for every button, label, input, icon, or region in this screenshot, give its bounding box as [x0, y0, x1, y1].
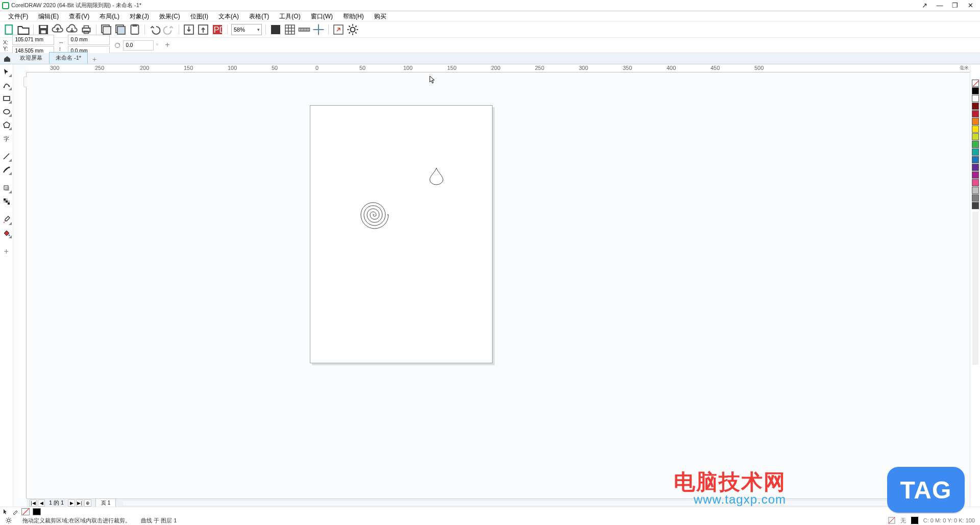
- menu-edit[interactable]: 编辑(E): [33, 11, 64, 21]
- new-doc-button[interactable]: [3, 23, 15, 36]
- cloud-up-button[interactable]: [52, 23, 64, 36]
- page-last-button[interactable]: ▶|: [76, 499, 83, 507]
- color-swatch[interactable]: [972, 87, 979, 94]
- save-button[interactable]: [37, 23, 50, 36]
- zoom-select[interactable]: 58%▾: [231, 24, 262, 35]
- color-swatch[interactable]: [972, 126, 979, 133]
- publish-pdf-button[interactable]: PDF: [211, 23, 224, 36]
- page-first-button[interactable]: |◀: [30, 499, 37, 507]
- redo-button[interactable]: [163, 23, 175, 36]
- vertical-ruler[interactable]: [18, 72, 27, 498]
- fullscreen-button[interactable]: [270, 23, 282, 36]
- color-swatch[interactable]: [972, 110, 979, 117]
- color-swatch[interactable]: [972, 80, 979, 87]
- transparency-tool[interactable]: [1, 196, 12, 207]
- polygon-tool[interactable]: [1, 119, 12, 131]
- close-icon[interactable]: ✕: [966, 1, 975, 10]
- undo-button[interactable]: [149, 23, 161, 36]
- outline-indicator[interactable]: [33, 508, 41, 515]
- cut-button[interactable]: [100, 23, 112, 36]
- page-add-button[interactable]: ⊕: [84, 499, 91, 507]
- tab-document[interactable]: 未命名 -1*: [49, 52, 88, 64]
- horizontal-ruler[interactable]: 300 250 200 150 100 50 0 50 100 150 200 …: [27, 64, 970, 72]
- home-icon[interactable]: [3, 55, 11, 63]
- footer-color-row: [0, 507, 980, 516]
- fill-none-icon: [888, 517, 895, 524]
- page-tab-1[interactable]: 页 1: [95, 498, 116, 508]
- drawing-area[interactable]: 300 250 200 150 100 50 0 50 100 150 200 …: [13, 64, 970, 507]
- minimize-icon[interactable]: —: [935, 1, 944, 10]
- spiral-shape[interactable]: [358, 199, 389, 230]
- menu-tools[interactable]: 工具(O): [274, 11, 305, 21]
- color-swatch[interactable]: [972, 148, 979, 156]
- open-button[interactable]: [17, 23, 30, 36]
- maximize-icon[interactable]: ❐: [950, 1, 960, 10]
- shape-tool[interactable]: [1, 80, 12, 91]
- rotation-field[interactable]: 0.0: [123, 40, 154, 51]
- drop-shadow-tool[interactable]: [1, 183, 12, 194]
- menu-file[interactable]: 文件(F): [3, 11, 33, 21]
- menu-window[interactable]: 窗口(W): [306, 11, 338, 21]
- color-swatch[interactable]: [972, 95, 979, 102]
- menu-help[interactable]: 帮助(H): [338, 11, 369, 21]
- snap-grid-button[interactable]: [284, 23, 296, 36]
- color-swatch[interactable]: [972, 118, 979, 125]
- color-swatch[interactable]: [972, 156, 979, 163]
- property-bar: X: Y: 105.071 mm 148.505 mm ↔↕ 0.0 mm 0.…: [0, 38, 980, 53]
- text-tool[interactable]: 字: [1, 133, 12, 144]
- copy-button[interactable]: [114, 23, 127, 36]
- width-field[interactable]: 0.0 mm: [68, 35, 110, 45]
- menu-view[interactable]: 查看(V): [64, 11, 94, 21]
- import-button[interactable]: [183, 23, 195, 36]
- rectangle-tool[interactable]: [1, 93, 12, 104]
- menu-table[interactable]: 表格(T): [244, 11, 274, 21]
- tab-welcome[interactable]: 欢迎屏幕: [13, 52, 49, 64]
- artistic-media-tool[interactable]: [1, 164, 12, 176]
- eyedropper-tool[interactable]: [1, 214, 12, 226]
- menu-buy[interactable]: 购买: [369, 11, 391, 21]
- show-rulers-button[interactable]: [298, 23, 310, 36]
- svg-rect-24: [4, 96, 10, 101]
- color-palette: [970, 64, 980, 507]
- color-swatch[interactable]: [972, 202, 979, 209]
- menu-object[interactable]: 对象(J): [125, 11, 154, 21]
- page[interactable]: [310, 105, 493, 363]
- color-swatch[interactable]: [972, 194, 979, 202]
- color-swatch[interactable]: [972, 141, 979, 148]
- color-swatch[interactable]: [972, 179, 979, 186]
- page-next-button[interactable]: ▶: [68, 499, 75, 507]
- color-swatch[interactable]: [972, 103, 979, 110]
- paste-button[interactable]: [129, 23, 141, 36]
- pos-x-field[interactable]: 105.071 mm: [12, 35, 54, 45]
- color-swatch[interactable]: [972, 133, 979, 140]
- page-prev-button[interactable]: ◀: [38, 499, 45, 507]
- canvas-viewport[interactable]: [27, 72, 961, 498]
- horizontal-scrollbar[interactable]: |◀ ◀ 1 的 1 ▶ ▶| ⊕ 页 1 EN ♪ 简: [27, 498, 961, 507]
- export-button[interactable]: [197, 23, 209, 36]
- freehand-tool[interactable]: [1, 151, 12, 162]
- status-object-info: 曲线 于 图层 1: [141, 517, 177, 524]
- ellipse-tool[interactable]: [1, 106, 12, 117]
- pick-tool[interactable]: [1, 66, 12, 78]
- menu-bitmap[interactable]: 位图(I): [185, 11, 213, 21]
- menu-effect[interactable]: 效果(C): [154, 11, 185, 21]
- gear-icon[interactable]: [5, 517, 12, 524]
- popout-icon[interactable]: ↗: [920, 1, 929, 10]
- color-swatch[interactable]: [972, 187, 979, 194]
- teardrop-shape[interactable]: [428, 167, 445, 185]
- menu-text[interactable]: 文本(A): [213, 11, 244, 21]
- cloud-down-button[interactable]: [66, 23, 78, 36]
- show-guides-button[interactable]: [312, 23, 325, 36]
- color-swatch[interactable]: [972, 171, 979, 179]
- print-button[interactable]: [80, 23, 92, 36]
- add-tool[interactable]: +: [1, 246, 12, 257]
- launch-button[interactable]: [332, 23, 345, 36]
- menu-layout[interactable]: 布局(L): [94, 11, 125, 21]
- add-preset-button[interactable]: +: [162, 40, 173, 51]
- fill-indicator[interactable]: [21, 508, 30, 515]
- color-swatch[interactable]: [972, 164, 979, 171]
- fill-tool[interactable]: [1, 228, 12, 239]
- options-button[interactable]: [347, 23, 359, 36]
- add-tab-button[interactable]: +: [90, 55, 99, 64]
- palette-scrollbar[interactable]: [972, 212, 978, 365]
